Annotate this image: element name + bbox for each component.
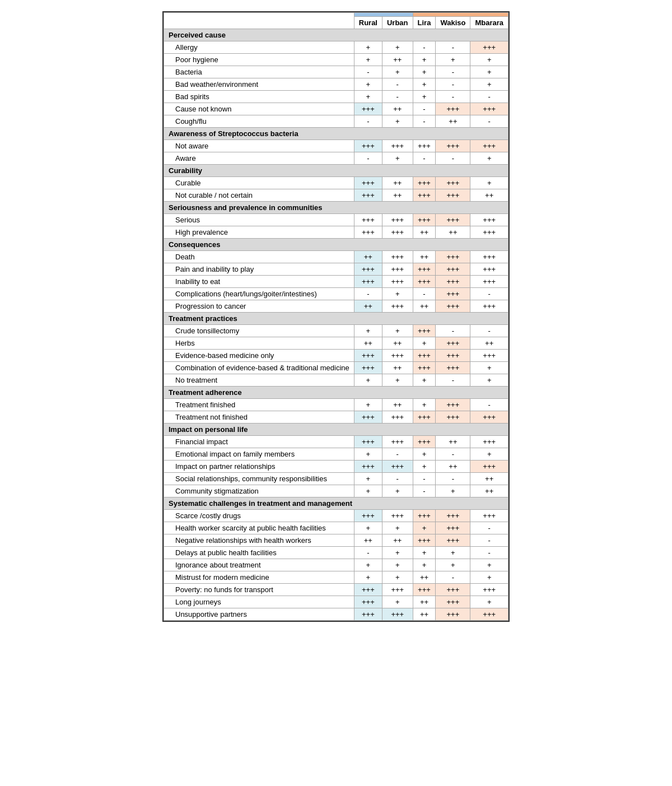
cell-value: +++ (354, 214, 382, 226)
cell-value: +++ (354, 596, 382, 608)
row-label: Progression to cancer (164, 300, 354, 313)
cell-value: - (470, 522, 508, 534)
row-label: Health worker scarcity at public health … (164, 522, 354, 534)
cell-value: + (382, 485, 413, 497)
table-row: Not curable / not certain+++++++++++++ (164, 189, 508, 202)
cell-value: +++ (413, 510, 436, 522)
cell-value: - (413, 288, 436, 300)
cell-value: +++ (470, 276, 508, 288)
cell-value: + (354, 91, 382, 103)
cell-value: + (413, 54, 436, 66)
district-header (413, 13, 508, 17)
cell-value: +++ (413, 276, 436, 288)
cell-value: +++ (382, 140, 413, 152)
cell-value: + (354, 325, 382, 337)
cell-value: +++ (436, 276, 470, 288)
cell-value: + (413, 547, 436, 559)
cell-value: +++ (354, 177, 382, 189)
cell-value: + (470, 54, 508, 66)
cell-value: ++ (436, 436, 470, 448)
cell-value: +++ (413, 177, 436, 189)
cell-value: + (382, 288, 413, 300)
cell-value: + (413, 399, 436, 411)
cell-value: +++ (413, 140, 436, 152)
cell-value: - (470, 91, 508, 103)
cell-value: +++ (354, 263, 382, 276)
cell-value: ++ (413, 300, 436, 313)
section-row: Consequences (164, 239, 508, 251)
cell-value: + (413, 559, 436, 571)
cell-value: +++ (354, 276, 382, 288)
section-title: Systematic challenges in treatment and m… (164, 497, 508, 510)
section-title: Awareness of Streptococcus bacteria (164, 128, 508, 140)
row-label: Poor hygiene (164, 54, 354, 66)
cell-value: + (382, 596, 413, 608)
row-label: Poverty: no funds for transport (164, 584, 354, 596)
cell-value: + (470, 362, 508, 374)
table-row: Delays at public health facilities-+++- (164, 547, 508, 559)
cell-value: - (470, 288, 508, 300)
cell-value: ++ (382, 534, 413, 547)
table-row: Ignorance about treatment+++++ (164, 559, 508, 571)
cell-value: +++ (413, 362, 436, 374)
cell-value: + (382, 325, 413, 337)
table-row: Long journeys++++++++++ (164, 596, 508, 608)
cell-value: - (436, 152, 470, 165)
cell-value: - (413, 152, 436, 165)
cell-value: +++ (436, 263, 470, 276)
cell-value: +++ (470, 103, 508, 115)
row-label: Curable (164, 177, 354, 189)
cell-value: + (354, 41, 382, 54)
cell-value: +++ (470, 461, 508, 473)
cell-value: +++ (436, 510, 470, 522)
cell-value: + (470, 66, 508, 78)
cell-value: - (382, 91, 413, 103)
table-row: Poor hygiene++++++ (164, 54, 508, 66)
table-row: Allergy++--+++ (164, 41, 508, 54)
cell-value: - (470, 115, 508, 128)
table-row: Complications (heart/lungs/goiter/intest… (164, 288, 508, 300)
cell-value: +++ (470, 251, 508, 263)
cell-value: +++ (436, 411, 470, 424)
row-label: Unsupportive partners (164, 608, 354, 621)
table-row: Mistrust for modern medicine++++-+ (164, 571, 508, 584)
cell-value: - (436, 91, 470, 103)
cell-value: +++ (470, 140, 508, 152)
cell-value: - (436, 448, 470, 461)
cell-value: +++ (470, 608, 508, 621)
table-row: Cause not known+++++-++++++ (164, 103, 508, 115)
col-header-wakiso: Wakiso (436, 17, 470, 29)
cell-value: +++ (413, 214, 436, 226)
cell-value: +++ (436, 362, 470, 374)
cell-value: + (382, 374, 413, 387)
cell-value: + (470, 78, 508, 91)
cell-value: +++ (354, 584, 382, 596)
cell-value: +++ (470, 226, 508, 239)
cell-value: +++ (436, 399, 470, 411)
cell-value: +++ (470, 350, 508, 362)
table-row: Bad spirits+-+-- (164, 91, 508, 103)
cell-value: - (436, 374, 470, 387)
cell-value: +++ (413, 534, 436, 547)
cell-value: +++ (382, 276, 413, 288)
cell-value: - (470, 534, 508, 547)
row-label: Social relationships, community responsi… (164, 473, 354, 485)
cell-value: +++ (354, 608, 382, 621)
cell-value: ++ (354, 337, 382, 350)
cell-value: + (436, 54, 470, 66)
table-row: Impact on partner relationships+++++++++… (164, 461, 508, 473)
cell-value: + (470, 571, 508, 584)
cell-value: ++ (382, 189, 413, 202)
cell-value: ++ (413, 608, 436, 621)
cell-value: + (470, 152, 508, 165)
table-row: Evidence-based medicine only++++++++++++… (164, 350, 508, 362)
cell-value: - (354, 547, 382, 559)
cell-value: +++ (436, 350, 470, 362)
row-label: Treatment not finished (164, 411, 354, 424)
cell-value: + (413, 91, 436, 103)
table-row: Combination of evidence-based & traditio… (164, 362, 508, 374)
cell-value: + (354, 485, 382, 497)
row-label: Impact on partner relationships (164, 461, 354, 473)
cell-value: + (413, 448, 436, 461)
cell-value: - (413, 103, 436, 115)
